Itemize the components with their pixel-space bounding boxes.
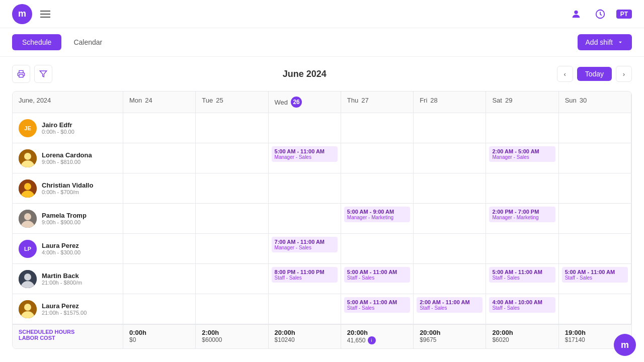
topnav: m PT (0, 0, 644, 28)
app-logo[interactable]: m (12, 4, 32, 24)
print-button[interactable] (12, 65, 30, 83)
pamela-sun[interactable] (559, 204, 631, 234)
avatar-laura2 (19, 300, 37, 318)
shift-martin-thu[interactable]: 5:00 AM - 11:00 AM Staff - Sales (344, 267, 410, 283)
laura1-mon[interactable] (123, 234, 196, 264)
martin-mon[interactable] (123, 264, 196, 294)
shift-lorena-sat[interactable]: 2:00 AM - 5:00 AM Manager - Sales (489, 146, 555, 162)
footer-mon: 0:00h $0 (123, 324, 196, 348)
martin-sat[interactable]: 5:00 AM - 11:00 AM Staff - Sales (486, 264, 558, 294)
laura1-wed[interactable]: 7:00 AM - 11:00 AM Manager - Sales (269, 234, 341, 264)
tab-schedule[interactable]: Schedule (12, 34, 61, 50)
christian-wed[interactable] (269, 173, 341, 204)
laura2-sun[interactable] (559, 294, 631, 324)
lorena-mon[interactable] (123, 143, 196, 173)
christian-sat[interactable] (486, 173, 558, 204)
tab-calendar[interactable]: Calendar (63, 34, 112, 50)
pamela-tue[interactable] (196, 204, 268, 234)
jairo-thu[interactable] (341, 113, 414, 143)
lorena-sat[interactable]: 2:00 AM - 5:00 AM Manager - Sales (486, 143, 558, 173)
christian-tue[interactable] (196, 173, 268, 204)
lorena-tue[interactable] (196, 143, 268, 173)
shift-pamela-thu[interactable]: 5:00 AM - 9:00 AM Manager - Marketing (344, 207, 410, 222)
employee-christian: Christian Vidallo 0:00h - $700/m (13, 173, 123, 204)
jairo-fri[interactable] (414, 113, 486, 143)
bottom-logo: m (614, 334, 636, 356)
footer-tue: 2:00h $60000 (196, 324, 268, 348)
timer-icon[interactable] (592, 6, 608, 22)
lorena-sun[interactable] (559, 143, 631, 173)
shift-laura2-sat[interactable]: 4:00 AM - 10:00 AM Staff - Sales (489, 297, 555, 313)
info-icon-thu[interactable]: i (368, 336, 376, 344)
christian-sun[interactable] (559, 173, 631, 204)
subnav-tabs: Schedule Calendar (12, 34, 112, 50)
laura2-sat[interactable]: 4:00 AM - 10:00 AM Staff - Sales (486, 294, 558, 324)
laura1-fri[interactable] (414, 234, 486, 264)
christian-thu[interactable] (341, 173, 414, 204)
shift-martin-sat[interactable]: 5:00 AM - 11:00 AM Staff - Sales (489, 267, 555, 283)
hamburger-menu[interactable] (40, 11, 50, 18)
topnav-left: m (12, 4, 50, 24)
today-button[interactable]: Today (577, 67, 612, 81)
footer-thu: 20:00h 41,650 i (341, 324, 414, 348)
jairo-sun[interactable] (559, 113, 631, 143)
laura1-sun[interactable] (559, 234, 631, 264)
jairo-mon[interactable] (123, 113, 196, 143)
laura1-sat[interactable] (486, 234, 558, 264)
svg-point-4 (24, 153, 31, 160)
svg-point-12 (24, 304, 31, 311)
laura1-tue[interactable] (196, 234, 268, 264)
calendar-container: June 2024 ‹ Today › June, 2024 Mon 24 Tu… (0, 57, 644, 357)
topnav-right: PT (568, 6, 632, 22)
laura2-thu[interactable]: 5:00 AM - 11:00 AM Staff - Sales (341, 294, 414, 324)
pamela-fri[interactable] (414, 204, 486, 234)
shift-laura1-wed[interactable]: 7:00 AM - 11:00 AM Manager - Sales (272, 237, 338, 252)
laura1-thu[interactable] (341, 234, 414, 264)
laura2-wed[interactable] (269, 294, 341, 324)
add-shift-button[interactable]: Add shift (578, 34, 632, 50)
martin-fri[interactable] (414, 264, 486, 294)
filter-button[interactable] (34, 65, 52, 83)
lorena-wed[interactable]: 5:00 AM - 11:00 AM Manager - Sales (269, 143, 341, 173)
christian-fri[interactable] (414, 173, 486, 204)
martin-wed[interactable]: 8:00 PM - 11:00 PM Staff - Sales (269, 264, 341, 294)
pamela-mon[interactable] (123, 204, 196, 234)
user-badge[interactable]: PT (616, 10, 632, 19)
avatar-christian (19, 179, 37, 198)
christian-mon[interactable] (123, 173, 196, 204)
shift-martin-wed[interactable]: 8:00 PM - 11:00 PM Staff - Sales (272, 267, 338, 283)
jairo-tue[interactable] (196, 113, 268, 143)
pamela-thu[interactable]: 5:00 AM - 9:00 AM Manager - Marketing (341, 204, 414, 234)
laura2-fri[interactable]: 2:00 AM - 11:00 AM Staff - Sales (414, 294, 486, 324)
svg-point-0 (574, 10, 578, 14)
avatar-lorena (19, 149, 37, 167)
pamela-wed[interactable] (269, 204, 341, 234)
shift-laura2-fri[interactable]: 2:00 AM - 11:00 AM Staff - Sales (417, 297, 482, 313)
laura2-mon[interactable] (123, 294, 196, 324)
avatar-martin (19, 270, 37, 288)
col-header-sun: Sun 30 (559, 92, 631, 113)
calendar-title: June 2024 (283, 69, 327, 79)
next-month-button[interactable]: › (616, 66, 632, 82)
shift-pamela-sat[interactable]: 2:00 PM - 7:00 PM Manager - Marketing (489, 207, 555, 222)
lorena-thu[interactable] (341, 143, 414, 173)
martin-thu[interactable]: 5:00 AM - 11:00 AM Staff - Sales (341, 264, 414, 294)
col-header-mon: Mon 24 (123, 92, 196, 113)
user-icon[interactable] (568, 6, 584, 22)
laura2-tue[interactable] (196, 294, 268, 324)
col-header-sat: Sat 29 (486, 92, 558, 113)
jairo-sat[interactable] (486, 113, 558, 143)
shift-laura2-thu[interactable]: 5:00 AM - 11:00 AM Staff - Sales (344, 297, 410, 313)
shift-martin-sun[interactable]: 5:00 AM - 11:00 AM Staff - Sales (562, 267, 628, 283)
prev-month-button[interactable]: ‹ (557, 66, 573, 82)
pamela-sat[interactable]: 2:00 PM - 7:00 PM Manager - Marketing (486, 204, 558, 234)
jairo-wed[interactable] (269, 113, 341, 143)
shift-lorena-wed[interactable]: 5:00 AM - 11:00 AM Manager - Sales (272, 146, 338, 162)
martin-tue[interactable] (196, 264, 268, 294)
calendar-navigation: ‹ Today › (557, 66, 632, 82)
col-header-tue: Tue 25 (196, 92, 268, 113)
footer-sat: 20:00h $6020 (486, 324, 558, 348)
lorena-fri[interactable] (414, 143, 486, 173)
col-header-wed: Wed 26 (269, 92, 341, 113)
martin-sun[interactable]: 5:00 AM - 11:00 AM Staff - Sales (559, 264, 631, 294)
